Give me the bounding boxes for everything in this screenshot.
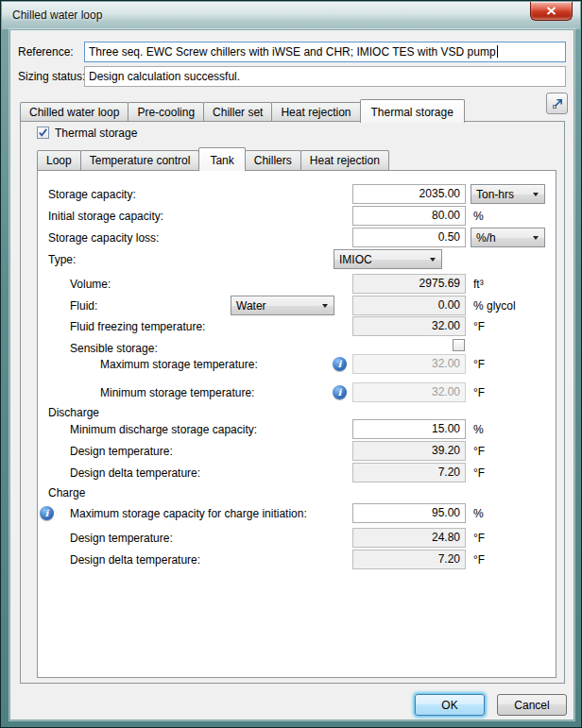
tab-temperature-control[interactable]: Temperature control (80, 150, 200, 170)
form-row: Design delta temperature: 7.20 °F (38, 463, 556, 483)
dialog-window: Chilled water loop Reference: Three seq.… (0, 0, 582, 728)
form-row: Minimum storage temperature: i 32.00 °F (38, 382, 556, 402)
tab-pre-cooling[interactable]: Pre-cooling (128, 102, 204, 122)
unit-label: % (473, 507, 484, 520)
info-icon[interactable]: i (40, 506, 54, 520)
unit-label: °F (473, 466, 485, 480)
initial-storage-capacity-input[interactable]: 80.00 (352, 206, 466, 226)
thermal-storage-checkbox-label: Thermal storage (55, 127, 137, 140)
minimum-discharge-storage-capacity-label: Minimum discharge storage capacity: (70, 423, 257, 436)
form-row: Maximum storage temperature: i 32.00 °F (38, 354, 556, 374)
fluid-select[interactable]: Water (231, 296, 334, 315)
selected-type: IMIOC (334, 253, 430, 266)
popout-button[interactable] (546, 93, 568, 114)
tab-loop[interactable]: Loop (37, 150, 81, 170)
info-icon[interactable]: i (333, 357, 347, 371)
form-row: Fluid freezing temperature: 32.00 °F (38, 316, 556, 336)
reference-value: Three seq. EWC Screw chillers with iWSE … (89, 45, 496, 59)
storage-capacity-loss-input[interactable]: 0.50 (352, 228, 466, 247)
form-row: Design temperature: 24.80 °F (38, 528, 556, 548)
unit-label: °F (473, 532, 485, 545)
tab-chiller-set[interactable]: Chiller set (203, 102, 272, 122)
maximum-storage-capacity-charge-initiation-input[interactable]: 95.00 (352, 503, 466, 523)
volume-readonly-field: 2975.69 (352, 274, 466, 294)
form-row: Initial storage capacity: 80.00 % (38, 206, 556, 226)
selected-fluid: Water (231, 299, 322, 313)
tab-heat-rejection-inner[interactable]: Heat rejection (300, 150, 389, 170)
chevron-down-icon (322, 304, 328, 308)
section-header-charge: Charge (48, 486, 85, 499)
type-label: Type: (48, 253, 76, 266)
thermal-storage-tab-panel: Thermal storage Loop Temperature control… (20, 121, 565, 684)
form-row: Fluid: Water 0.00 % glycol (38, 296, 556, 315)
tab-chilled-water-loop[interactable]: Chilled water loop (20, 102, 128, 122)
section-header-discharge: Discharge (48, 406, 99, 419)
tab-chillers[interactable]: Chillers (245, 150, 301, 170)
fluid-label: Fluid: (70, 299, 97, 313)
ok-button[interactable]: OK (415, 694, 485, 716)
check-icon (38, 127, 48, 138)
unit-label: °F (473, 358, 485, 371)
cancel-button-label: Cancel (514, 699, 549, 712)
form-row: Type: IMIOC (38, 249, 556, 269)
unit-label: % (473, 423, 484, 436)
unit-label: °F (473, 553, 485, 567)
chevron-down-icon (533, 193, 539, 196)
storage-capacity-input[interactable]: 2035.00 (352, 184, 466, 204)
unit-label: °F (473, 386, 485, 399)
charge-design-temperature-field: 24.80 (352, 528, 466, 548)
chevron-down-icon (430, 258, 436, 262)
close-button[interactable] (530, 2, 573, 21)
text-caret (497, 45, 498, 58)
outer-tab-bar: Chilled water loop Pre-cooling Chiller s… (20, 101, 465, 122)
form-row: Design temperature: 39.20 °F (38, 441, 556, 461)
charge-design-delta-temperature-field: 7.20 (352, 550, 466, 569)
maximum-storage-temperature-label: Maximum storage temperature: (100, 358, 258, 371)
form-row: Minimum discharge storage capacity: 15.0… (38, 419, 556, 439)
unit-label: % (473, 210, 484, 223)
discharge-design-temperature-label: Design temperature: (70, 445, 173, 458)
form-row: Design delta temperature: 7.20 °F (38, 550, 556, 569)
volume-label: Volume: (70, 278, 111, 291)
discharge-design-temperature-field: 39.20 (352, 441, 466, 461)
sizing-status-input[interactable]: Design calculation successful. (84, 66, 566, 87)
discharge-design-delta-temperature-field: 7.20 (352, 463, 466, 483)
form-row: Storage capacity loss: 0.50 %/h (38, 228, 556, 247)
storage-capacity-label: Storage capacity: (48, 188, 136, 201)
type-select[interactable]: IMIOC (334, 249, 442, 269)
unit-label: °F (473, 445, 485, 458)
inner-tab-bar: Loop Temperature control Tank Chillers H… (37, 144, 389, 170)
reference-input[interactable]: Three seq. EWC Screw chillers with iWSE … (84, 42, 566, 62)
minimum-storage-temperature-field: 32.00 (352, 382, 466, 402)
charge-design-temperature-label: Design temperature: (70, 532, 173, 545)
dialog-body: Reference: Three seq. EWC Screw chillers… (9, 29, 574, 720)
cancel-button[interactable]: Cancel (497, 694, 567, 716)
initial-storage-capacity-label: Initial storage capacity: (48, 210, 163, 223)
sizing-status-value: Design calculation successful. (89, 70, 240, 83)
unit-label: % glycol (473, 299, 516, 313)
minimum-discharge-storage-capacity-input[interactable]: 15.00 (352, 419, 466, 439)
sensible-storage-checkbox[interactable] (453, 339, 465, 351)
storage-capacity-loss-label: Storage capacity loss: (48, 231, 159, 245)
section-row: Charge (38, 483, 556, 502)
fluid-freezing-temperature-field: 32.00 (352, 316, 466, 336)
minimum-storage-temperature-label: Minimum storage temperature: (100, 386, 254, 399)
storage-capacity-loss-unit-select[interactable]: %/h (471, 228, 545, 247)
unit-label: °F (473, 320, 485, 333)
info-icon[interactable]: i (333, 385, 347, 399)
selected-unit: %/h (471, 231, 533, 245)
title-bar: Chilled water loop (2, 2, 580, 29)
selected-unit: Ton-hrs (471, 188, 533, 201)
maximum-storage-capacity-charge-initiation-label: Maximum storage capacity for charge init… (70, 507, 307, 520)
tab-thermal-storage[interactable]: Thermal storage (360, 99, 465, 123)
chevron-down-icon (533, 236, 539, 240)
tank-tab-panel: Storage capacity: 2035.00 Ton-hrs Initia… (37, 170, 556, 678)
tab-tank[interactable]: Tank (198, 147, 245, 171)
tab-heat-rejection[interactable]: Heat rejection (271, 102, 360, 122)
thermal-storage-checkbox[interactable] (37, 127, 49, 139)
storage-capacity-unit-select[interactable]: Ton-hrs (471, 184, 545, 204)
reference-label: Reference: (18, 45, 74, 59)
window-title: Chilled water loop (12, 8, 102, 22)
sizing-status-label: Sizing status: (18, 70, 85, 83)
form-row: i Maximum storage capacity for charge in… (38, 503, 556, 523)
